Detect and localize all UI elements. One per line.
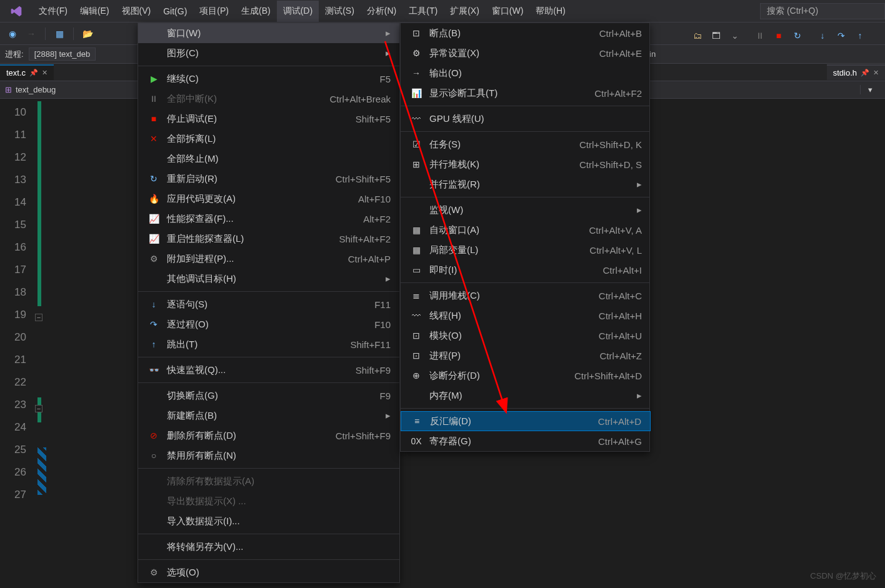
- menuitem-性能探查器F[interactable]: 📈性能探查器(F)...Alt+F2: [138, 209, 399, 229]
- open-folder-icon[interactable]: 📂: [80, 26, 95, 41]
- process-value[interactable]: [2888] text_deb: [29, 47, 96, 61]
- menu-视图V[interactable]: 视图(V): [116, 1, 158, 22]
- menu-icon: →: [409, 68, 423, 78]
- menuitem-窗口W[interactable]: 窗口(W)▸: [138, 23, 399, 43]
- menuitem-其他调试目标H[interactable]: 其他调试目标(H)▸: [138, 269, 399, 289]
- menu-调试D[interactable]: 调试(D): [277, 1, 319, 22]
- menuitem-自动窗口A[interactable]: ▦自动窗口(A)Ctrl+Alt+V, A: [401, 220, 651, 240]
- line-number: 20: [0, 326, 26, 349]
- solution-explorer-icon[interactable]: 🗂: [691, 29, 704, 42]
- menuitem-停止调试E[interactable]: ■停止调试(E)Shift+F5: [138, 109, 399, 129]
- menuitem-重启性能探查器L[interactable]: 📈重启性能探查器(L)Shift+Alt+F2: [138, 229, 399, 249]
- menu-label: 逐过程(O): [167, 319, 349, 331]
- menuitem-应用代码更改A[interactable]: 🔥应用代码更改(A)Alt+F10: [138, 189, 399, 209]
- pause-icon[interactable]: ⏸: [754, 29, 766, 42]
- collapse-icon[interactable]: −: [35, 314, 42, 321]
- new-project-icon[interactable]: ▦: [52, 26, 67, 41]
- menuitem-异常设置X[interactable]: ⚙异常设置(X)Ctrl+Alt+E: [401, 43, 651, 63]
- menuitem-内存M[interactable]: 内存(M)▸: [401, 386, 651, 406]
- menu-icon: ○: [147, 451, 161, 461]
- menuitem-局部变量L[interactable]: ▦局部变量(L)Ctrl+Alt+V, L: [401, 240, 651, 260]
- menuitem-全部拆离L[interactable]: ✕全部拆离(L): [138, 129, 399, 149]
- breakpoint-region-marker: [38, 447, 46, 495]
- step-into-icon[interactable]: ↓: [816, 29, 829, 42]
- window-icon[interactable]: 🗔: [710, 29, 722, 42]
- line-number: 23: [0, 394, 26, 416]
- tab-label: stdio.h: [833, 68, 857, 77]
- menuitem-快速监视Q[interactable]: 👓快速监视(Q)...Shift+F9: [138, 360, 399, 380]
- menuitem-模块O[interactable]: ⊡模块(O)Ctrl+Alt+U: [401, 326, 651, 346]
- menuitem-进程P[interactable]: ⊡进程(P)Ctrl+Alt+Z: [401, 346, 651, 366]
- stackframe-dropdown[interactable]: main: [630, 49, 880, 59]
- pin-icon[interactable]: 📌: [861, 69, 869, 77]
- menu-icon: ⊡: [409, 28, 423, 38]
- menuitem-调用堆栈C[interactable]: ≣调用堆栈(C)Ctrl+Alt+C: [401, 286, 651, 306]
- menuitem-新建断点B[interactable]: 新建断点(B)▸: [138, 406, 399, 426]
- submenu-arrow-icon: ▸: [637, 390, 642, 401]
- menuitem-GPU线程U[interactable]: 〰GPU 线程(U): [401, 109, 651, 129]
- project-dropdown[interactable]: ⊞ text_debug: [5, 85, 56, 94]
- menuitem-输出O[interactable]: →输出(O): [401, 63, 651, 83]
- menuitem-重新启动R[interactable]: ↻重新启动(R)Ctrl+Shift+F5: [138, 169, 399, 189]
- menu-icon: ≡: [410, 416, 424, 426]
- scope-dropdown[interactable]: ▾: [860, 85, 880, 94]
- menuitem-将转储另存为V[interactable]: 将转储另存为(V)...: [138, 537, 399, 557]
- menu-label: 导出数据提示(X) ...: [167, 496, 391, 507]
- menuitem-选项O[interactable]: ⚙选项(O): [138, 562, 399, 582]
- stop-icon[interactable]: ■: [772, 29, 785, 42]
- menuitem-诊断分析D[interactable]: ⊕诊断分析(D)Ctrl+Shift+Alt+D: [401, 366, 651, 386]
- menu-GitG[interactable]: Git(G): [157, 1, 193, 21]
- tab-text-c[interactable]: text.c 📌 ✕: [0, 64, 54, 80]
- menuitem-切换断点G[interactable]: 切换断点(G)F9: [138, 386, 399, 406]
- menu-分析N[interactable]: 分析(N): [361, 1, 402, 22]
- menu-编辑E[interactable]: 编辑(E): [74, 1, 116, 22]
- collapse-icon[interactable]: −: [35, 405, 42, 412]
- menuitem-跳出T[interactable]: ↑跳出(T)Shift+F11: [138, 334, 399, 354]
- menu-icon: ↷: [147, 319, 161, 329]
- menuitem-删除所有断点D[interactable]: ⊘删除所有断点(D)Ctrl+Shift+F9: [138, 426, 399, 446]
- menu-帮助H[interactable]: 帮助(H): [529, 1, 571, 22]
- menu-项目P[interactable]: 项目(P): [193, 1, 235, 22]
- menuitem-线程H[interactable]: 〰线程(H)Ctrl+Alt+H: [401, 306, 651, 326]
- menu-icon: 0X: [409, 436, 423, 446]
- search-box[interactable]: 搜索 (Ctrl+Q): [760, 3, 885, 19]
- restart-icon[interactable]: ↻: [791, 29, 804, 42]
- menuitem-并行堆栈K[interactable]: ⊞并行堆栈(K)Ctrl+Shift+D, S: [401, 154, 651, 174]
- menuitem-监视W[interactable]: 监视(W)▸: [401, 200, 651, 220]
- menuitem-全部终止M[interactable]: 全部终止(M): [138, 149, 399, 169]
- menuitem-反汇编D[interactable]: ≡反汇编(D)Ctrl+Alt+D: [401, 411, 651, 431]
- nav-back-icon[interactable]: ◉: [5, 26, 20, 41]
- menuitem-即时I[interactable]: ▭即时(I)Ctrl+Alt+I: [401, 260, 651, 280]
- step-out-icon[interactable]: ↑: [854, 29, 866, 42]
- menu-工具T[interactable]: 工具(T): [402, 1, 444, 22]
- menu-窗口W[interactable]: 窗口(W): [486, 1, 530, 22]
- menuitem-并行监视R[interactable]: 并行监视(R)▸: [401, 174, 651, 194]
- menuitem-断点B[interactable]: ⊡断点(B)Ctrl+Alt+B: [401, 23, 651, 43]
- menuitem-禁用所有断点N[interactable]: ○禁用所有断点(N): [138, 446, 399, 466]
- menu-扩展X[interactable]: 扩展(X): [444, 1, 486, 22]
- menu-label: 重启性能探查器(L): [167, 233, 314, 245]
- menuitem-继续C[interactable]: ▶继续(C)F5: [138, 69, 399, 89]
- pin-icon[interactable]: 📌: [29, 69, 38, 77]
- menu-shortcut: Ctrl+Alt+Z: [599, 351, 642, 361]
- menu-shortcut: F9: [379, 391, 391, 401]
- menuitem-逐语句S[interactable]: ↓逐语句(S)F11: [138, 294, 399, 314]
- chevron-down-icon[interactable]: ⌄: [729, 29, 741, 42]
- close-icon[interactable]: ✕: [42, 69, 48, 77]
- menu-测试S[interactable]: 测试(S): [319, 1, 361, 22]
- menuitem-显示诊断工具T[interactable]: 📊显示诊断工具(T)Ctrl+Alt+F2: [401, 83, 651, 103]
- menu-label: 继续(C): [167, 73, 354, 85]
- close-icon[interactable]: ✕: [873, 69, 879, 77]
- menu-文件F[interactable]: 文件(F): [32, 1, 74, 22]
- menuitem-寄存器G[interactable]: 0X寄存器(G)Ctrl+Alt+G: [401, 431, 651, 451]
- tab-stdio-h[interactable]: stdio.h 📌 ✕: [827, 64, 885, 80]
- menuitem-附加到进程P[interactable]: ⚙附加到进程(P)...Ctrl+Alt+P: [138, 249, 399, 269]
- menu-shortcut: Shift+Alt+F2: [339, 234, 391, 244]
- menuitem-逐过程O[interactable]: ↷逐过程(O)F10: [138, 314, 399, 334]
- menuitem-任务S[interactable]: ☑任务(S)Ctrl+Shift+D, K: [401, 134, 651, 154]
- menu-生成B[interactable]: 生成(B): [235, 1, 277, 22]
- step-over-icon[interactable]: ↷: [835, 29, 848, 42]
- menuitem-导入数据提示I[interactable]: 导入数据提示(I)...: [138, 511, 399, 531]
- menuitem-图形C[interactable]: 图形(C)▸: [138, 43, 399, 63]
- menu-shortcut: Ctrl+Shift+F5: [336, 174, 391, 184]
